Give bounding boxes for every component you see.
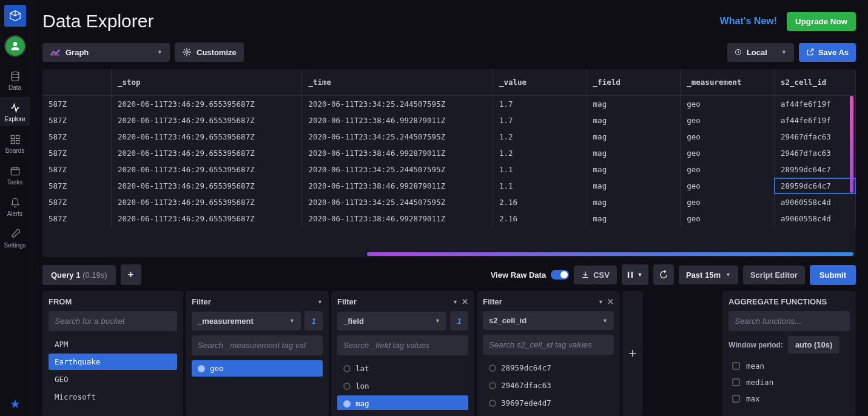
- column-header[interactable]: _time: [302, 69, 493, 96]
- bucket-search-input[interactable]: [49, 311, 177, 331]
- vertical-scrollbar[interactable]: [850, 96, 853, 193]
- table-cell[interactable]: 1.1: [493, 161, 587, 178]
- table-cell[interactable]: mag: [587, 145, 681, 161]
- tag-value-item[interactable]: 28959dc64c7: [483, 360, 614, 376]
- close-icon[interactable]: ✕: [607, 297, 614, 306]
- csv-button[interactable]: CSV: [574, 266, 617, 284]
- column-header[interactable]: _measurement: [681, 69, 775, 96]
- table-cell[interactable]: 2020-06-11T23:46:29.655395687Z: [111, 194, 302, 210]
- table-cell[interactable]: geo: [681, 145, 775, 161]
- table-cell[interactable]: 2020-06-11T23:46:29.655395687Z: [111, 112, 302, 129]
- column-header[interactable]: _value: [493, 69, 587, 96]
- filter-key-dropdown[interactable]: _field▼: [337, 312, 446, 330]
- column-header[interactable]: s2_cell_id: [774, 69, 855, 96]
- table-cell[interactable]: 587Z: [42, 178, 111, 194]
- table-cell[interactable]: 2020-06-11T23:34:25.244507595Z: [302, 129, 493, 145]
- tag-value-item[interactable]: lon: [337, 378, 468, 394]
- table-cell[interactable]: 29467dfac63: [774, 145, 855, 161]
- filter-key-dropdown[interactable]: s2_cell_id▼: [483, 311, 614, 330]
- table-cell[interactable]: geo: [681, 178, 775, 194]
- table-cell[interactable]: geo: [681, 194, 775, 210]
- table-cell[interactable]: 2020-06-11T23:34:25.244507595Z: [302, 194, 493, 210]
- star-icon[interactable]: ★: [10, 397, 21, 411]
- save-as-button[interactable]: Save As: [799, 43, 856, 62]
- table-cell[interactable]: mag: [587, 194, 681, 210]
- logo[interactable]: [4, 5, 26, 27]
- table-cell[interactable]: 2020-06-11T23:38:46.992879011Z: [302, 145, 493, 161]
- nav-settings[interactable]: Settings: [0, 223, 30, 252]
- table-cell[interactable]: geo: [681, 129, 775, 145]
- tag-value-item[interactable]: 39697ede4d7: [483, 395, 614, 410]
- table-cell[interactable]: 2020-06-11T23:38:46.992879011Z: [302, 210, 493, 227]
- table-cell[interactable]: mag: [587, 178, 681, 194]
- script-editor-button[interactable]: Script Editor: [743, 266, 805, 284]
- table-cell[interactable]: geo: [681, 210, 775, 227]
- aggregate-function-item[interactable]: mean: [728, 358, 850, 374]
- table-cell[interactable]: 587Z: [42, 161, 111, 178]
- table-cell[interactable]: 28959dc64c7: [774, 161, 855, 178]
- table-cell[interactable]: af44fe6f19f: [774, 96, 855, 113]
- bucket-item[interactable]: Earthquake: [49, 354, 177, 370]
- table-cell[interactable]: 2.16: [493, 210, 587, 227]
- table-cell[interactable]: 587Z: [42, 129, 111, 145]
- function-search-input[interactable]: [728, 311, 850, 331]
- tag-search-input[interactable]: [337, 335, 468, 355]
- table-cell[interactable]: 587Z: [42, 112, 111, 129]
- horizontal-scrollbar[interactable]: [367, 252, 853, 256]
- add-filter-button[interactable]: +: [622, 291, 643, 416]
- chevron-down-icon[interactable]: ▼: [317, 299, 323, 305]
- column-header[interactable]: [42, 69, 111, 96]
- nav-tasks[interactable]: Tasks: [0, 160, 30, 189]
- aggregate-function-item[interactable]: max: [728, 391, 850, 406]
- toggle-switch[interactable]: [551, 270, 569, 280]
- table-cell[interactable]: geo: [681, 161, 775, 178]
- filter-key-dropdown[interactable]: _measurement▼: [192, 312, 301, 330]
- table-cell[interactable]: 2020-06-11T23:34:25.244507595Z: [302, 161, 493, 178]
- chevron-down-icon[interactable]: ▼: [598, 299, 604, 305]
- table-cell[interactable]: geo: [681, 112, 775, 129]
- table-cell[interactable]: 587Z: [42, 145, 111, 161]
- table-cell[interactable]: 587Z: [42, 96, 111, 113]
- table-cell[interactable]: mag: [587, 96, 681, 113]
- table-cell[interactable]: geo: [681, 96, 775, 113]
- table-cell[interactable]: mag: [587, 129, 681, 145]
- aggregate-function-item[interactable]: median: [728, 375, 850, 390]
- customize-button[interactable]: Customize: [175, 42, 244, 62]
- viz-type-dropdown[interactable]: Graph ▼: [42, 43, 170, 62]
- table-cell[interactable]: mag: [587, 112, 681, 129]
- table-cell[interactable]: 2020-06-11T23:34:25.244507595Z: [302, 96, 493, 113]
- column-header[interactable]: _field: [587, 69, 681, 96]
- table-cell[interactable]: 29467dfac63: [774, 129, 855, 145]
- bucket-item[interactable]: APM: [49, 336, 177, 352]
- avatar[interactable]: [4, 35, 26, 57]
- tag-search-input[interactable]: [483, 335, 614, 355]
- table-cell[interactable]: 1.2: [493, 129, 587, 145]
- table-cell[interactable]: a9060558c4d: [774, 210, 855, 227]
- table-cell[interactable]: 2020-06-11T23:46:29.655395687Z: [111, 96, 302, 113]
- table-cell[interactable]: 2020-06-11T23:46:29.655395687Z: [111, 178, 302, 194]
- table-cell[interactable]: a9060558c4d: [774, 194, 855, 210]
- table-cell[interactable]: 2020-06-11T23:46:29.655395687Z: [111, 210, 302, 227]
- table-cell[interactable]: af44fe6f19f: [774, 112, 855, 129]
- refresh-button[interactable]: [653, 264, 674, 285]
- close-icon[interactable]: ✕: [462, 297, 468, 306]
- tag-value-item[interactable]: geo: [192, 360, 323, 377]
- nav-explore[interactable]: Explore: [0, 97, 30, 126]
- table-cell[interactable]: 1.2: [493, 145, 587, 161]
- query-tab[interactable]: Query 1 (0.19s): [42, 265, 116, 285]
- add-query-button[interactable]: +: [121, 264, 141, 285]
- table-cell[interactable]: 2.16: [493, 194, 587, 210]
- tag-value-item[interactable]: mag: [337, 395, 468, 410]
- table-cell[interactable]: 1.1: [493, 178, 587, 194]
- nav-data[interactable]: Data: [0, 65, 30, 95]
- upgrade-button[interactable]: Upgrade Now: [787, 12, 856, 31]
- table-cell[interactable]: mag: [587, 210, 681, 227]
- tag-value-item[interactable]: lat: [337, 360, 468, 377]
- table-cell[interactable]: 2020-06-11T23:46:29.655395687Z: [111, 129, 302, 145]
- table-cell[interactable]: 2020-06-11T23:38:46.992879011Z: [302, 112, 493, 129]
- table-cell[interactable]: 587Z: [42, 194, 111, 210]
- table-cell[interactable]: 2020-06-11T23:46:29.655395687Z: [111, 161, 302, 178]
- whats-new-link[interactable]: What's New!: [720, 16, 777, 27]
- tag-value-item[interactable]: 29467dfac63: [483, 377, 614, 394]
- chevron-down-icon[interactable]: ▼: [453, 299, 458, 305]
